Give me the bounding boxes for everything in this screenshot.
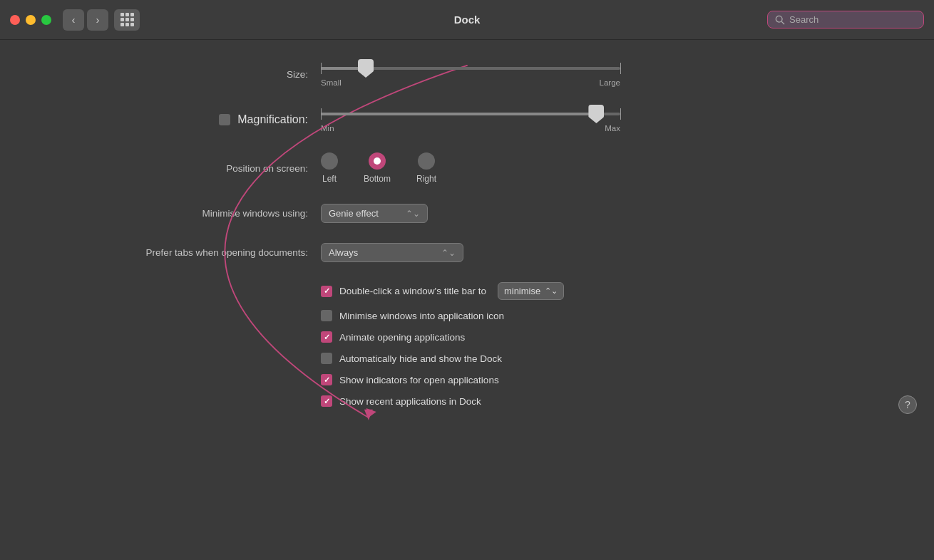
close-button[interactable] [10,15,20,25]
size-slider-labels: Small Large [321,78,620,87]
traffic-lights [10,15,51,25]
checkbox-double-click: Double-click a window's title bar to min… [321,282,891,300]
position-label: Position on screen: [57,163,321,174]
double-click-checkbox[interactable] [321,286,332,297]
double-click-dropdown-value: minimise [504,286,540,296]
nav-buttons: ‹ › [63,9,140,31]
position-bottom[interactable]: Bottom [364,152,391,184]
double-click-dropdown-chevron: ⌃⌄ [545,286,558,296]
position-left-radio[interactable] [321,152,338,170]
forward-button[interactable]: › [87,9,108,31]
animate-checkbox[interactable] [321,331,332,343]
mag-max-label: Max [605,124,620,133]
minimise-using-dropdown[interactable]: Genie effect ⌃⌄ [321,204,428,223]
magnification-slider-container: Min Max [321,107,620,133]
size-large-label: Large [600,78,620,87]
prefer-tabs-value: Always [329,247,358,258]
recent-apps-checkbox[interactable] [321,395,332,407]
magnification-slider-line [321,113,620,115]
grid-button[interactable] [114,9,140,31]
svg-point-0 [776,16,782,22]
minimise-using-chevron: ⌃⌄ [406,209,420,219]
double-click-text: Double-click a window's title bar to [339,286,486,296]
size-label: Size: [57,69,321,80]
size-slider-track[interactable] [321,61,620,76]
size-slider-container: Small Large [321,61,620,87]
magnification-slider-track[interactable] [321,107,620,121]
checkboxes-section: Double-click a window's title bar to min… [321,282,891,407]
minimise-using-label: Minimise windows using: [57,208,321,219]
magnification-slider-thumb[interactable] [588,105,604,123]
checkbox-auto-hide: Automatically hide and show the Dock [321,353,891,364]
position-row: Position on screen: Left Bottom Right [57,152,891,184]
mag-min-label: Min [321,124,334,133]
indicators-text: Show indicators for open applications [339,375,499,385]
checkbox-minimise-icon: Minimise windows into application icon [321,310,891,321]
back-button[interactable]: ‹ [63,9,84,31]
animate-text: Animate opening applications [339,332,465,343]
minimise-icon-checkbox[interactable] [321,310,332,321]
window-title: Dock [454,14,481,26]
main-content: Size: Small Large Magnification: [0,40,934,428]
help-button[interactable]: ? [898,395,917,414]
prefer-tabs-chevron: ⌃⌄ [441,248,456,258]
magnification-slider-labels: Min Max [321,124,620,133]
position-left-label: Left [322,174,337,184]
prefer-tabs-dropdown[interactable]: Always ⌃⌄ [321,243,463,262]
magnification-row: Magnification: Min Max [57,107,891,133]
size-small-label: Small [321,78,342,87]
maximize-button[interactable] [41,15,51,25]
position-radio-group: Left Bottom Right [321,152,436,184]
grid-icon [120,13,134,26]
double-click-dropdown[interactable]: minimise ⌃⌄ [498,282,564,300]
search-bar [767,11,924,28]
position-right-radio[interactable] [418,152,435,170]
titlebar: ‹ › Dock [0,0,934,40]
indicators-checkbox[interactable] [321,374,332,385]
position-right-label: Right [416,174,436,184]
magnification-slider-fill [321,113,596,115]
prefer-tabs-label: Prefer tabs when opening documents: [57,247,321,258]
magnification-label: Magnification: [237,113,308,126]
checkbox-indicators: Show indicators for open applications [321,374,891,385]
minimise-using-value: Genie effect [329,208,379,219]
size-tick-start [321,63,322,74]
minimise-icon-text: Minimise windows into application icon [339,311,504,321]
magnification-checkbox[interactable] [219,114,230,125]
size-tick-end [620,63,621,74]
size-slider-thumb[interactable] [358,59,374,78]
size-slider-line [321,67,620,70]
checkbox-recent-apps: Show recent applications in Dock [321,395,891,407]
mag-tick-start [321,108,322,120]
minimise-using-row: Minimise windows using: Genie effect ⌃⌄ [57,204,891,223]
search-icon [775,15,785,25]
magnification-label-area: Magnification: [57,113,321,126]
prefer-tabs-row: Prefer tabs when opening documents: Alwa… [57,243,891,262]
position-right[interactable]: Right [416,152,436,184]
position-left[interactable]: Left [321,152,338,184]
mag-tick-end [620,108,621,120]
auto-hide-checkbox[interactable] [321,353,332,364]
checkbox-animate: Animate opening applications [321,331,891,343]
recent-apps-text: Show recent applications in Dock [339,396,481,407]
svg-marker-2 [364,408,376,420]
position-bottom-label: Bottom [364,174,391,184]
auto-hide-text: Automatically hide and show the Dock [339,353,502,364]
size-row: Size: Small Large [57,61,891,87]
search-input[interactable] [789,14,916,25]
position-bottom-radio[interactable] [369,152,386,170]
minimize-button[interactable] [26,15,36,25]
svg-line-1 [781,21,784,24]
